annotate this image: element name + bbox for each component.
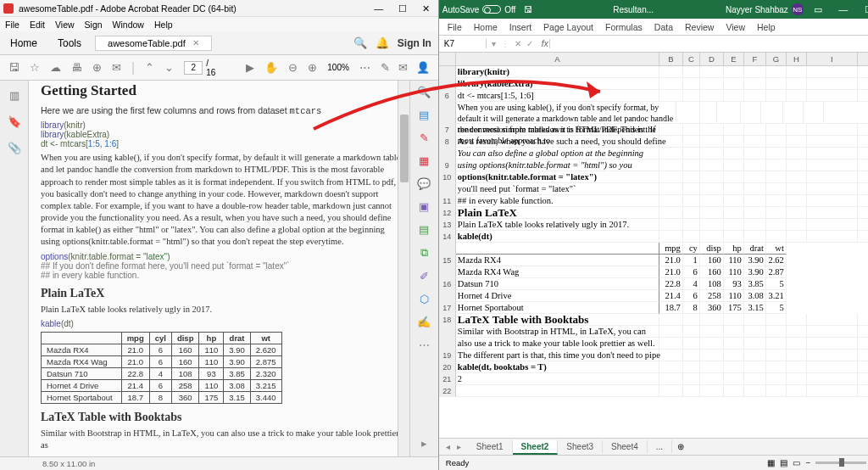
grid-row[interactable]: 17Hornet Sportabout18.783601753.155: [439, 302, 868, 314]
zoom-out-button[interactable]: −: [805, 458, 810, 467]
grid-row[interactable]: Similar with Bootstrap in HTML, in LaTeX…: [439, 326, 868, 338]
enter-icon[interactable]: ✓: [526, 39, 533, 48]
grid-row[interactable]: 19The different part is that, this time …: [439, 350, 868, 361]
cell[interactable]: [724, 148, 744, 159]
menu-file[interactable]: File: [5, 20, 19, 30]
cell[interactable]: [724, 171, 744, 183]
cell[interactable]: 3.90: [744, 255, 766, 266]
cell[interactable]: [807, 361, 858, 373]
more-icon[interactable]: ⋯: [359, 61, 370, 74]
cell[interactable]: [683, 183, 700, 195]
col-header[interactable]: I: [807, 53, 858, 65]
cell[interactable]: 21.0: [659, 255, 683, 266]
cell[interactable]: [683, 148, 700, 159]
grid-row[interactable]: 9using options(knitr.table.format = "htm…: [439, 159, 868, 171]
cell[interactable]: [744, 361, 766, 373]
cell[interactable]: [804, 102, 824, 124]
grid-row[interactable]: 22: [439, 385, 868, 397]
cell[interactable]: [766, 124, 787, 136]
cell[interactable]: [683, 338, 700, 350]
cell[interactable]: As a result, when you have such a need, …: [456, 136, 659, 148]
cell[interactable]: LaTeX Table with Booktabs: [456, 314, 659, 326]
grid-row[interactable]: you'll need put `format = "latex"`: [439, 183, 868, 195]
cell[interactable]: [700, 350, 724, 361]
more-tools-icon[interactable]: ⋯: [419, 339, 430, 351]
cell[interactable]: disp: [700, 243, 724, 255]
cell[interactable]: [766, 136, 787, 148]
cell[interactable]: [766, 231, 787, 243]
cell[interactable]: 3.90: [744, 266, 766, 278]
cell[interactable]: 110: [724, 266, 744, 278]
cell[interactable]: [766, 338, 787, 350]
ribbon-review[interactable]: Review: [685, 22, 714, 32]
cell[interactable]: [858, 171, 868, 183]
cell[interactable]: kable(dt, booktabs = T): [456, 361, 659, 373]
cell[interactable]: [766, 66, 787, 78]
cell[interactable]: [858, 136, 868, 148]
cell[interactable]: [787, 90, 807, 102]
cell[interactable]: Mazda RX4 Wag: [456, 266, 659, 278]
cell[interactable]: [761, 102, 783, 124]
grid-row[interactable]: 18LaTeX Table with Booktabs: [439, 314, 868, 326]
cell[interactable]: [787, 136, 807, 148]
select-all-corner[interactable]: [439, 53, 456, 66]
cell[interactable]: Hornet Sportabout: [456, 302, 659, 314]
signin-button[interactable]: Sign In: [398, 37, 431, 49]
cell[interactable]: [766, 78, 787, 90]
cell[interactable]: [724, 314, 744, 326]
cell[interactable]: [683, 66, 700, 78]
cell[interactable]: [724, 338, 744, 350]
grid-row[interactable]: also use a trick to make your table look…: [439, 338, 868, 350]
row-header[interactable]: [439, 148, 456, 159]
cell[interactable]: [744, 338, 766, 350]
cell[interactable]: [700, 124, 724, 136]
ribbon-home[interactable]: Home: [474, 22, 498, 32]
cell[interactable]: [659, 385, 683, 397]
cell[interactable]: [766, 219, 787, 231]
cell[interactable]: [787, 124, 807, 136]
row-header[interactable]: [439, 78, 456, 90]
cell[interactable]: [787, 159, 807, 171]
cell[interactable]: [858, 148, 868, 159]
row-header[interactable]: [439, 66, 456, 78]
sheet-tab[interactable]: Sheet1: [468, 440, 513, 453]
cell[interactable]: [456, 385, 659, 397]
protect-icon[interactable]: ⬡: [420, 293, 429, 305]
excel-grid[interactable]: A B C D E F G H I J library(knitr)librar…: [439, 53, 868, 438]
cell[interactable]: [787, 350, 807, 361]
cell[interactable]: [858, 361, 868, 373]
cell[interactable]: 3.85: [744, 278, 766, 290]
cell[interactable]: You can also define a global option at t…: [456, 148, 659, 159]
sheet-tab[interactable]: Sheet4: [603, 440, 648, 453]
cell[interactable]: [744, 207, 766, 219]
cell[interactable]: [724, 207, 744, 219]
sheet-tab[interactable]: Sheet3: [558, 440, 603, 453]
excel-minimize-button[interactable]: —: [832, 4, 854, 14]
view-break-icon[interactable]: ▭: [793, 458, 800, 467]
row-header[interactable]: 21: [439, 373, 456, 385]
cell[interactable]: [683, 385, 700, 397]
cell[interactable]: [683, 159, 700, 171]
cell[interactable]: [724, 195, 744, 207]
col-header[interactable]: E: [724, 53, 744, 65]
bookmark-icon[interactable]: 🔖: [8, 115, 21, 128]
cell[interactable]: [700, 373, 724, 385]
cell[interactable]: [858, 195, 868, 207]
cell[interactable]: [807, 183, 858, 195]
cell[interactable]: Plain LaTeX: [456, 207, 659, 219]
row-header[interactable]: [439, 266, 456, 278]
cell[interactable]: [787, 385, 807, 397]
row-header[interactable]: 10: [439, 171, 456, 183]
cell[interactable]: [807, 171, 858, 183]
cell[interactable]: [659, 207, 683, 219]
grid-row[interactable]: 13Plain LaTeX table looks relatively ugl…: [439, 219, 868, 231]
row-header[interactable]: [439, 243, 456, 255]
excel-maximize-button[interactable]: ☐: [858, 4, 868, 15]
cell[interactable]: [724, 326, 744, 338]
cell[interactable]: [659, 159, 683, 171]
cell[interactable]: [766, 90, 787, 102]
cell[interactable]: [744, 90, 766, 102]
cell[interactable]: [456, 243, 659, 255]
cell[interactable]: [766, 148, 787, 159]
col-header[interactable]: F: [744, 53, 766, 65]
